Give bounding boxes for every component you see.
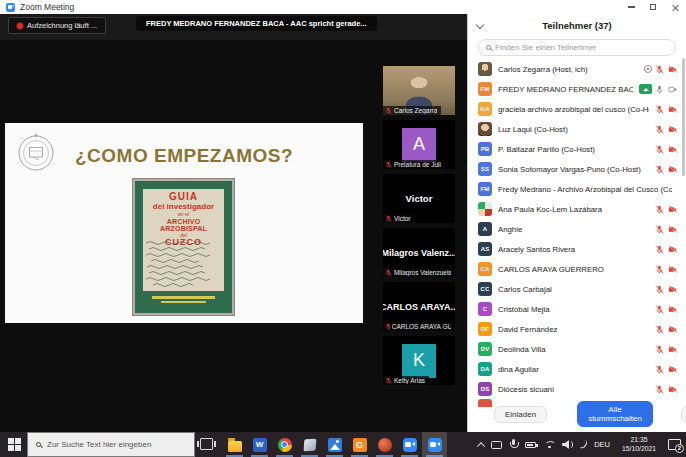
mic-muted-icon	[655, 345, 664, 354]
camera-off-icon	[667, 165, 678, 174]
recording-indicator-icon	[644, 65, 652, 73]
g-app-icon[interactable]	[347, 432, 372, 457]
participant-name: Cristobal Mejia	[498, 305, 649, 314]
more-options-button[interactable]: ...	[681, 406, 686, 423]
mic-muted-icon	[655, 125, 664, 134]
participant-row[interactable]: FMFredy Medrano - Archivo Arzobispal del…	[468, 179, 686, 199]
system-tray: DEU 21:35 15/10/2021 2	[478, 432, 684, 457]
network-icon[interactable]	[543, 440, 555, 449]
video-tile-name-text: CARLOS ARAYA...	[383, 302, 455, 312]
video-tile-name-text: Victor	[406, 193, 433, 204]
participant-row[interactable]: FMFREDY MEDRANO FERNANDEZ BACA ... (Co-H…	[468, 79, 686, 99]
notes-icon[interactable]	[297, 432, 322, 457]
zoom-icon[interactable]	[397, 432, 422, 457]
participant-row[interactable]: DVDeolinda Villa	[468, 339, 686, 359]
recording-indicator[interactable]: Aufzeichnung läuft ...	[8, 17, 106, 34]
participant-row[interactable]: Luz Laqui (Co-Host)	[468, 119, 686, 139]
participants-header: Teilnehmer (37)	[468, 14, 686, 38]
mic-muted-icon	[385, 161, 392, 168]
camera-off-icon	[667, 345, 678, 354]
participant-row[interactable]: Carlos Zegarra (Host, ich)	[468, 59, 686, 79]
close-button[interactable]	[664, 0, 686, 14]
mic-muted-icon	[655, 385, 664, 394]
participant-search-input[interactable]	[495, 43, 668, 52]
mic-muted-icon	[655, 225, 664, 234]
participant-search[interactable]	[478, 39, 676, 56]
scrollbar-thumb[interactable]	[682, 58, 685, 176]
participant-list: Carlos Zegarra (Host, ich)FMFREDY MEDRAN…	[468, 59, 686, 399]
participant-name: Luz Laqui (Co-Host)	[498, 125, 649, 134]
participant-row[interactable]: ASAracely Santos Rivera	[468, 239, 686, 259]
participant-name: dina Aguilar	[498, 365, 649, 374]
participant-row[interactable]: AAnghie	[468, 219, 686, 239]
camera-off-icon	[667, 285, 678, 294]
participants-panel: Teilnehmer (37) Carlos Zegarra (Host, ic…	[467, 14, 686, 432]
file-explorer-icon[interactable]	[222, 432, 247, 457]
display-tray-icon[interactable]	[491, 441, 502, 449]
participant-row[interactable]: SSSonia Sotomayor Vargas-Puno (Co-Host)	[468, 159, 686, 179]
taskbar-search-input[interactable]	[47, 440, 186, 449]
video-tile[interactable]: CARLOS ARAYA...CARLOS ARAYA GUERRERO	[383, 282, 455, 331]
taskbar-search[interactable]	[27, 432, 195, 457]
mic-muted-icon	[385, 269, 392, 276]
photos-icon[interactable]	[322, 432, 347, 457]
video-tile-label: Prelatura de Juli	[383, 160, 445, 169]
mic-muted-icon	[655, 265, 664, 274]
start-button[interactable]	[8, 438, 21, 451]
participant-status-icons	[655, 125, 678, 134]
window-title: Zoom Meeting	[20, 2, 74, 12]
word-icon[interactable]	[247, 432, 272, 457]
participant-row[interactable]: Ana Paula Koc-Lem Lazábara	[468, 199, 686, 219]
mute-all-button[interactable]: Alle stummschalten	[577, 401, 653, 427]
invite-button[interactable]: Einladen	[494, 406, 547, 423]
video-tile[interactable]: APrelatura de Juli	[383, 120, 455, 169]
avatar: DF	[478, 322, 492, 336]
avatar: CA	[478, 262, 492, 276]
camera-off-icon	[667, 105, 678, 114]
headset-tray-icon[interactable]	[580, 440, 588, 450]
battery-icon[interactable]	[525, 442, 536, 448]
participant-row[interactable]: GAgraciela archivo arzobispal del cusco …	[468, 99, 686, 119]
avatar: DS	[478, 382, 492, 396]
task-view-icon[interactable]	[200, 438, 213, 450]
chrome-icon[interactable]	[272, 432, 297, 457]
window-titlebar: Zoom Meeting	[0, 0, 686, 14]
zoom-icon[interactable]	[422, 432, 447, 457]
mic-muted-icon	[655, 285, 664, 294]
minimize-button[interactable]	[620, 0, 642, 14]
video-tile[interactable]: KKetty Arias	[383, 336, 455, 385]
participant-row[interactable]: CCristobal Mejia	[468, 299, 686, 319]
participant-row[interactable]: DAdina Aguilar	[468, 359, 686, 379]
participant-status-icons	[655, 225, 678, 234]
tray-expand-icon[interactable]	[477, 442, 485, 450]
avatar: CC	[478, 282, 492, 296]
participant-row[interactable]: DSDiócesis sicuani	[468, 379, 686, 399]
mic-muted-icon	[655, 65, 664, 74]
video-tile[interactable]: Milagros Valenz...Milagros Valenzuela	[383, 228, 455, 277]
speaker-icon[interactable]	[562, 440, 573, 449]
participant-row[interactable]: PBP. Baltazar Parillo (Co-Host)	[468, 139, 686, 159]
taskbar-clock[interactable]: 21:35 15/10/2021	[617, 436, 661, 453]
video-tile[interactable]: VictorVictor	[383, 174, 455, 223]
camera-icon	[667, 85, 678, 94]
participant-row[interactable]: CCCarlos Carbajal	[468, 279, 686, 299]
tray-date: 15/10/2021	[617, 445, 661, 454]
mic-muted-icon	[655, 245, 664, 254]
mic-muted-icon	[655, 145, 664, 154]
keyboard-language[interactable]: DEU	[594, 440, 610, 449]
video-tile[interactable]: Carlos Zegarra	[383, 66, 455, 115]
participant-row[interactable]: CACARLOS ARAYA GUERRERO	[468, 259, 686, 279]
avatar: DV	[478, 342, 492, 356]
microphone-tray-icon[interactable]	[509, 439, 518, 450]
maximize-button[interactable]	[642, 0, 664, 14]
participant-name: Aracely Santos Rivera	[498, 245, 649, 254]
slide-title: ¿COMO EMPEZAMOS?	[5, 145, 363, 167]
participant-row[interactable]: DFDavid Fernández	[468, 319, 686, 339]
participants-footer: Einladen Alle stummschalten ...	[468, 401, 686, 427]
book-cover-image: GUIA del investigador en el ARCHIVO ARZO…	[133, 179, 234, 315]
powerpoint-icon[interactable]	[372, 432, 397, 457]
participant-status-icons	[655, 265, 678, 274]
camera-off-icon	[667, 225, 678, 234]
notification-center-icon[interactable]: 2	[668, 439, 681, 450]
recording-label: Aufzeichnung läuft ...	[27, 21, 97, 30]
